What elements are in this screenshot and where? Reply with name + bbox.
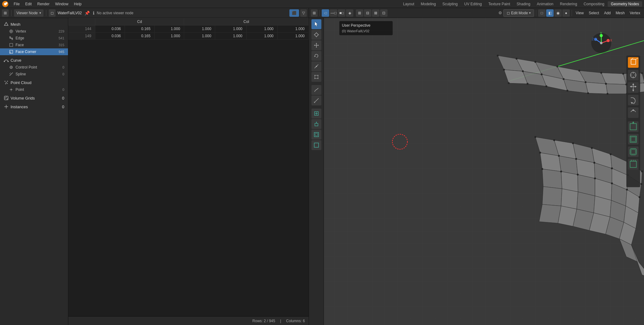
tool-annotate[interactable] xyxy=(311,85,321,95)
viewport-sync-icon: ⚙ xyxy=(498,11,502,15)
instances-count: 0 xyxy=(62,105,64,109)
tab-sculpting[interactable]: Sculpting xyxy=(439,1,461,7)
viewer-node-dropdown[interactable]: Viewer Node xyxy=(14,9,43,17)
sidebar-item-control-point[interactable]: Control Point 0 xyxy=(0,64,68,71)
edge-select-button[interactable]: —□ xyxy=(330,9,337,17)
tab-rendering[interactable]: Rendering xyxy=(557,1,580,7)
svg-point-86 xyxy=(497,55,499,56)
tool-cursor[interactable] xyxy=(311,30,321,40)
tool-transform[interactable] xyxy=(311,72,321,82)
sidebar-item-point[interactable]: Point 0 xyxy=(0,86,68,93)
instances-label: Instances xyxy=(11,105,28,109)
info-button[interactable]: ℹ xyxy=(92,10,95,16)
sidebar-section-volume[interactable]: Volume Grids 0 xyxy=(0,94,68,102)
svg-point-51 xyxy=(317,75,318,76)
tab-uv-editing[interactable]: UV Editing xyxy=(461,1,485,7)
viewport-menu-mesh[interactable]: Mesh xyxy=(614,10,627,16)
uv-select-button[interactable]: ◈ xyxy=(346,9,353,17)
svg-point-152 xyxy=(558,155,560,157)
separator-vp3 xyxy=(572,10,572,16)
overlay-button-4[interactable]: ⊡ xyxy=(380,9,388,17)
sidebar-section-curve[interactable]: Curve xyxy=(0,56,68,64)
menu-edit[interactable]: Edit xyxy=(23,1,34,7)
tab-texture-paint[interactable]: Texture Paint xyxy=(485,1,513,7)
tool-rotate[interactable] xyxy=(311,51,321,61)
panel-layout-button[interactable]: ⊞ xyxy=(2,9,9,17)
face-corner-icon xyxy=(9,49,14,54)
vert-select-button[interactable]: ·□ xyxy=(322,9,329,17)
edit-mode-label: Edit Mode xyxy=(511,11,528,15)
spreadsheet-toolbar: ⊞ Viewer Node ◻ WaterFallLV02 📌 ℹ No act… xyxy=(0,8,309,18)
svg-text:Z: Z xyxy=(592,38,594,41)
cell-cd-b-0: 1.000 xyxy=(154,25,184,33)
cell-col-g-0: 1.000 xyxy=(215,25,246,33)
menu-file[interactable]: File xyxy=(11,1,22,7)
tool-extrude[interactable] xyxy=(311,119,321,129)
tab-geometry-nodes[interactable]: Geometry Nodes xyxy=(608,1,642,7)
tool-move[interactable] xyxy=(311,40,321,50)
sidebar-section-instances[interactable]: Instances 0 xyxy=(0,103,68,110)
spreadsheet-area: Cd Col 144 0.036 0.165 1.000 1.000 xyxy=(68,18,309,325)
control-point-label: Control Point xyxy=(16,65,37,69)
shading-render-button[interactable]: ● xyxy=(562,9,570,17)
viewport-menu-select[interactable]: Select xyxy=(587,10,601,16)
filter-button-1[interactable]: ⬛ xyxy=(289,9,299,17)
tab-animation[interactable]: Animation xyxy=(534,1,556,7)
svg-point-31 xyxy=(7,99,8,100)
svg-point-93 xyxy=(641,72,643,74)
sidebar-item-spline[interactable]: Spline 0 xyxy=(0,71,68,78)
shading-solid-button[interactable]: ◧ xyxy=(546,9,554,17)
viewport-layout-button[interactable]: ⊞ xyxy=(311,9,318,17)
overlay-button-2[interactable]: ⊟ xyxy=(364,9,371,17)
viewport-canvas[interactable]: User Perspective (0) WaterFallLV02 X xyxy=(309,18,644,325)
cell-cd-g-0: 0.165 xyxy=(125,25,154,33)
face-label: Face xyxy=(16,43,24,47)
svg-point-148 xyxy=(610,153,612,155)
svg-point-30 xyxy=(6,97,7,98)
shading-wire-button[interactable]: □ xyxy=(538,9,546,17)
svg-point-175 xyxy=(594,38,597,41)
tab-modeling[interactable]: Modeling xyxy=(418,1,439,7)
curve-label: Curve xyxy=(11,58,21,63)
shading-material-button[interactable]: ◉ xyxy=(554,9,562,17)
sidebar-section-mesh[interactable]: Mesh xyxy=(0,20,68,28)
overlay-button-3[interactable]: ⊠ xyxy=(372,9,379,17)
status-cols: Columns: 6 xyxy=(286,319,305,323)
tool-measure[interactable] xyxy=(311,96,321,105)
object-icon-button[interactable]: ◻ xyxy=(49,9,56,17)
viewport-menu-vertex[interactable]: Vertex xyxy=(628,10,642,16)
col-header-col[interactable]: Col xyxy=(184,18,309,25)
tab-layout[interactable]: Layout xyxy=(400,1,417,7)
svg-point-158 xyxy=(541,168,543,170)
menu-help[interactable]: Help xyxy=(71,1,84,7)
svg-marker-3 xyxy=(4,22,8,25)
sidebar-item-face-corner[interactable]: Face Corner 945 xyxy=(0,48,68,55)
sidebar-item-face[interactable]: Face 315 xyxy=(0,42,68,48)
tool-add-mesh[interactable] xyxy=(311,109,321,118)
xray-button[interactable]: ⊞ xyxy=(356,9,363,17)
pin-button[interactable]: 📌 xyxy=(84,10,90,16)
edge-label: Edge xyxy=(16,36,24,40)
tool-bevel[interactable] xyxy=(311,140,321,150)
menu-window[interactable]: Window xyxy=(52,1,71,7)
menu-render[interactable]: Render xyxy=(35,1,52,7)
sidebar-item-edge[interactable]: Edge 541 xyxy=(0,35,68,42)
face-select-button[interactable]: ■□ xyxy=(338,9,345,17)
sidebar-item-vertex[interactable]: Vertex 229 xyxy=(0,28,68,35)
viewport-menu-view[interactable]: View xyxy=(574,10,586,16)
tab-compositing[interactable]: Compositing xyxy=(581,1,608,7)
tool-scale[interactable] xyxy=(311,61,321,71)
svg-rect-64 xyxy=(315,133,318,136)
col-header-cd[interactable]: Cd xyxy=(95,18,184,25)
tool-inset[interactable] xyxy=(311,130,321,140)
spreadsheet-table[interactable]: Cd Col 144 0.036 0.165 1.000 1.000 xyxy=(68,18,309,316)
svg-marker-134 xyxy=(539,204,561,223)
filter-button-2[interactable]: ▽ xyxy=(300,9,307,17)
tool-select[interactable] xyxy=(311,19,321,29)
edit-mode-dropdown[interactable]: ◻ Edit Mode xyxy=(503,9,534,17)
svg-rect-209 xyxy=(628,146,638,157)
sidebar-section-point-cloud[interactable]: Point Cloud xyxy=(0,79,68,86)
tab-shading[interactable]: Shading xyxy=(514,1,533,7)
viewport-menu-add[interactable]: Add xyxy=(602,10,612,16)
svg-point-88 xyxy=(534,61,536,63)
